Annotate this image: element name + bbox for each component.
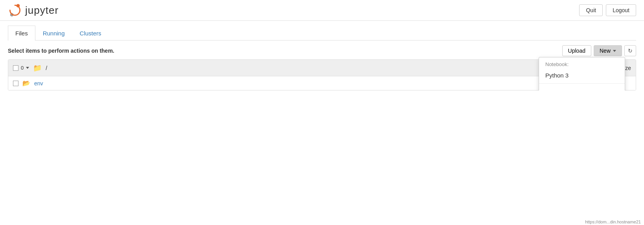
tabs: Files Running Clusters bbox=[8, 26, 636, 41]
dropdown-divider bbox=[539, 83, 625, 84]
toolbar-row: Select items to perform actions on them.… bbox=[8, 41, 636, 59]
current-folder-icon: 📁 bbox=[33, 64, 42, 72]
toolbar-right: Upload New ↻ Notebook: Python 3 Other: T… bbox=[562, 45, 636, 56]
main-content: Files Running Clusters Select items to p… bbox=[0, 26, 644, 90]
tab-files[interactable]: Files bbox=[8, 26, 35, 41]
select-hint: Select items to perform actions on them. bbox=[8, 48, 114, 54]
select-all-area: 0 bbox=[13, 65, 29, 71]
select-all-checkbox[interactable] bbox=[13, 65, 18, 71]
quit-button[interactable]: Quit bbox=[579, 4, 603, 16]
tab-clusters[interactable]: Clusters bbox=[72, 26, 109, 41]
new-button-caret-icon bbox=[613, 50, 616, 52]
new-dropdown-menu: Notebook: Python 3 Other: Text File Fold… bbox=[539, 57, 625, 90]
file-checkbox[interactable] bbox=[13, 81, 18, 86]
header-buttons: Quit Logout bbox=[579, 4, 636, 16]
size-column-label: ze bbox=[625, 65, 631, 71]
select-dropdown-icon[interactable] bbox=[26, 67, 29, 69]
notebook-section-label: Notebook: bbox=[539, 57, 625, 69]
new-button-label: New bbox=[600, 48, 611, 54]
python3-item[interactable]: Python 3 bbox=[539, 69, 625, 82]
folder-icon: 📂 bbox=[22, 79, 30, 87]
refresh-button[interactable]: ↻ bbox=[624, 45, 636, 56]
logout-button[interactable]: Logout bbox=[606, 4, 636, 16]
header: jupyter Quit Logout bbox=[0, 0, 644, 21]
file-name-link[interactable]: env bbox=[34, 80, 43, 87]
selected-count: 0 bbox=[21, 65, 24, 71]
logo-area: jupyter bbox=[8, 3, 59, 17]
current-path: / bbox=[46, 65, 47, 71]
tab-running[interactable]: Running bbox=[35, 26, 72, 41]
jupyter-logo-icon bbox=[8, 3, 22, 17]
new-button[interactable]: New bbox=[594, 45, 622, 56]
other-section-label: Other: bbox=[539, 85, 625, 90]
upload-button[interactable]: Upload bbox=[562, 45, 591, 56]
logo-text: jupyter bbox=[25, 4, 59, 17]
